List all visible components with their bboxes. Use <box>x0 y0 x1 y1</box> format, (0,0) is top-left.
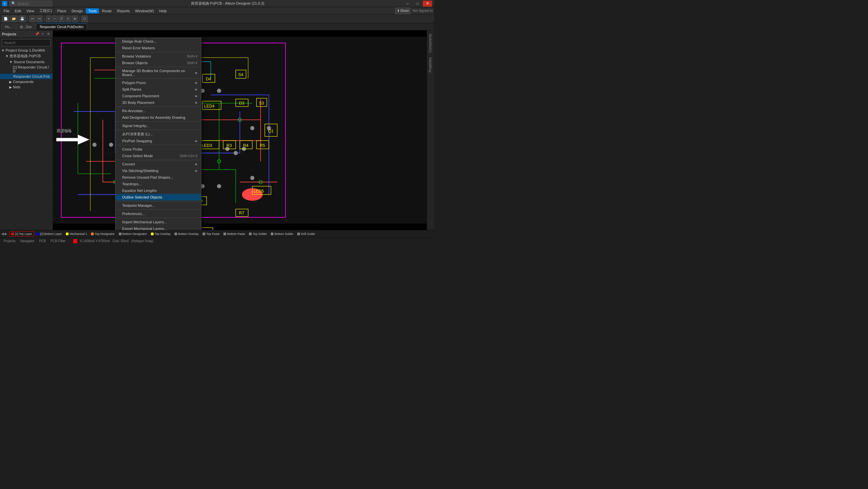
layer-drill-guide[interactable]: Drill Guide <box>296 231 316 236</box>
layer-mechanical-1[interactable]: Mechanical 1 <box>64 231 89 236</box>
tree-item-nets[interactable]: ▶ Nets <box>0 85 53 90</box>
layer-dot-bot-des <box>119 233 122 235</box>
layer-top-layer[interactable]: [1] Top Layer <box>9 231 34 236</box>
layer-top-overlay[interactable]: Top Overlay <box>149 231 172 236</box>
panel-close-icon[interactable]: ✕ <box>46 32 51 36</box>
tree-item-schematic[interactable]: [1] Responder Circuit.! D <box>0 65 53 74</box>
toolbar-add[interactable]: + <box>66 15 71 22</box>
menu-outline-selected-objects[interactable]: Outline Selected Objects <box>116 194 201 200</box>
menu-manage-3d[interactable]: Manage 3D Bodies for Components on Board… <box>116 68 201 78</box>
tree-item-project[interactable]: ▼ 抢答器电路.PrjPCB <box>0 53 53 59</box>
nav-pcb[interactable]: PCB <box>37 239 48 243</box>
panel-search-input[interactable] <box>2 39 51 46</box>
panel-menu-icon[interactable]: ≡ <box>40 32 45 36</box>
minimize-button[interactable]: ─ <box>403 1 412 7</box>
layer-prev-button[interactable]: ◀ <box>1 232 4 235</box>
menu-component-placement[interactable]: Component Placement <box>116 93 201 99</box>
nav-navigator[interactable]: Navigator <box>19 239 36 243</box>
menu-view[interactable]: View <box>24 8 37 13</box>
menu-teardrops[interactable]: Teardrops... <box>116 181 201 187</box>
menu-reports[interactable]: Reports <box>115 8 132 13</box>
nav-pcb-filter[interactable]: PCB Filter <box>49 239 67 243</box>
menu-design-rule-check[interactable]: Design Rule Check... <box>116 38 201 45</box>
layer-bottom-overlay[interactable]: Bottom Overlay <box>173 231 200 236</box>
menu-browse-objects[interactable]: Browse Objects Shift+X <box>116 60 201 66</box>
panel-pin-icon[interactable]: 📌 <box>35 32 39 36</box>
toolbar-undo[interactable]: ↩ <box>29 15 35 22</box>
menu-design[interactable]: Design <box>69 8 85 13</box>
menu-window[interactable]: Window(W) <box>133 8 156 13</box>
menu-file[interactable]: File <box>1 8 12 13</box>
toolbar-net[interactable]: ≋ <box>72 15 78 22</box>
layer-bottom-solder[interactable]: Bottom Solder <box>269 231 295 236</box>
title-search-input[interactable] <box>17 2 47 6</box>
menu-reset-error-markers[interactable]: Reset Error Markers <box>116 45 201 51</box>
layer-bottom-layer[interactable]: [2] Bottom Layer <box>35 231 64 236</box>
panel-header: Projects 📌 ≡ ✕ <box>0 30 53 38</box>
toolbar-separator-1 <box>28 16 28 22</box>
restore-button[interactable]: □ <box>413 1 422 7</box>
toolbar-component[interactable]: ⬡ <box>82 15 88 22</box>
menu-signal-integrity[interactable]: Signal Integrity... <box>116 122 201 129</box>
menu-convert[interactable]: Convert <box>116 161 201 167</box>
right-panel-properties[interactable]: Properties <box>428 55 434 74</box>
tree-item-group[interactable]: ▼ Project Group 1.DsnWrk <box>0 47 53 53</box>
menu-tools[interactable]: Tools <box>86 8 99 13</box>
menu-testpoint-manager[interactable]: Testpoint Manager... <box>116 202 201 209</box>
tab-home[interactable]: Ho... <box>1 24 16 30</box>
menu-import-mechanical-layers[interactable]: Import Mechanical Layers... <box>116 219 201 225</box>
menu-preferences[interactable]: Preferences... <box>116 210 201 217</box>
separator-1 <box>116 52 201 52</box>
menu-pcb-update[interactable]: 从PCB库更新 (L)... <box>116 131 201 138</box>
svg-point-57 <box>92 142 97 147</box>
menu-remove-unused-pad[interactable]: Remove Unused Pad Shapes... <box>116 174 201 181</box>
menu-polygon-pours[interactable]: Polygon Pours <box>116 79 201 86</box>
layer-bottom-designator[interactable]: Bottom Designator <box>117 231 149 236</box>
menu-project[interactable]: 工程(C) <box>37 8 54 14</box>
menu-split-planes[interactable]: Split Planes <box>116 86 201 93</box>
close-button[interactable]: ✕ <box>423 1 432 7</box>
menu-pin-part-swapping[interactable]: Pin/Part Swapping <box>116 138 201 144</box>
menu-help[interactable]: Help <box>157 8 169 13</box>
layer-bottom-paste[interactable]: Bottom Paste <box>222 231 247 236</box>
toolbar-new[interactable]: 📄 <box>2 15 9 22</box>
separator-7 <box>116 145 201 145</box>
grid-info: Grid: 50mil <box>113 239 128 243</box>
menu-export-mechanical-layers[interactable]: Export Mechanical Layers... <box>116 225 201 230</box>
menu-edit[interactable]: Edit <box>12 8 24 13</box>
tree-item-pcb[interactable]: Responder Circuit.Pcb <box>0 74 53 79</box>
menu-browse-violations[interactable]: Browse Violations Shift+V <box>116 53 201 60</box>
menu-re-annotate[interactable]: Re-Annotate... <box>116 107 201 114</box>
layer-top-designator[interactable]: Top Designator <box>89 231 117 236</box>
tab-pcb[interactable]: Responder Circuit.PcbDocttm <box>36 24 87 30</box>
title-search-box[interactable]: 🔍 <box>9 1 52 6</box>
tree-item-source-docs[interactable]: ▼ Source Documents <box>0 59 53 65</box>
nav-projects[interactable]: Projects <box>2 239 17 243</box>
tree-item-components[interactable]: ▶ Components <box>0 79 53 85</box>
menu-add-designators[interactable]: Add Designators for Assembly Drawing <box>116 114 201 121</box>
menu-3d-body-placement[interactable]: 3D Body Placement <box>116 99 201 106</box>
layer-top-paste[interactable]: Top Paste <box>201 231 221 236</box>
toolbar-zoom-out[interactable]: − <box>52 15 58 22</box>
layer-next-button[interactable]: ▶ <box>5 232 7 235</box>
toolbar: 📄 📂 💾 ↩ ↪ + − ▽ + ≋ ⬡ <box>0 14 434 23</box>
layer-top-solder[interactable]: Top Solder <box>247 231 269 236</box>
titlebar: A 🔍 抢答器电路.PrjPCB - Altium Designer (21.0… <box>0 0 434 7</box>
menu-place[interactable]: Place <box>55 8 69 13</box>
toolbar-filter[interactable]: ▽ <box>59 15 65 22</box>
menu-cross-select-mode[interactable]: Cross Select Mode Shift+Ctrl+X <box>116 153 201 159</box>
right-panel-components[interactable]: Components <box>428 32 434 55</box>
toolbar-open[interactable]: 📂 <box>10 15 18 22</box>
not-signed-in: Not Signed In <box>412 9 433 12</box>
tab-doc[interactable]: 抢...Doc <box>16 24 35 30</box>
menu-equalize-net-lengths[interactable]: Equalize Net Lengths <box>116 187 201 194</box>
tools-dropdown-menu: Design Rule Check... Reset Error Markers… <box>115 38 201 230</box>
menu-route[interactable]: Route <box>100 8 114 13</box>
toolbar-zoom-in[interactable]: + <box>46 15 51 22</box>
menu-cross-probe[interactable]: Cross Probe <box>116 146 201 153</box>
menu-via-stitching[interactable]: Via Stitching/Shielding <box>116 167 201 174</box>
toolbar-save[interactable]: 💾 <box>19 15 26 22</box>
share-button[interactable]: ⬆ Share <box>395 8 411 14</box>
layer-dot-top <box>11 233 14 235</box>
toolbar-redo[interactable]: ↪ <box>36 15 42 22</box>
